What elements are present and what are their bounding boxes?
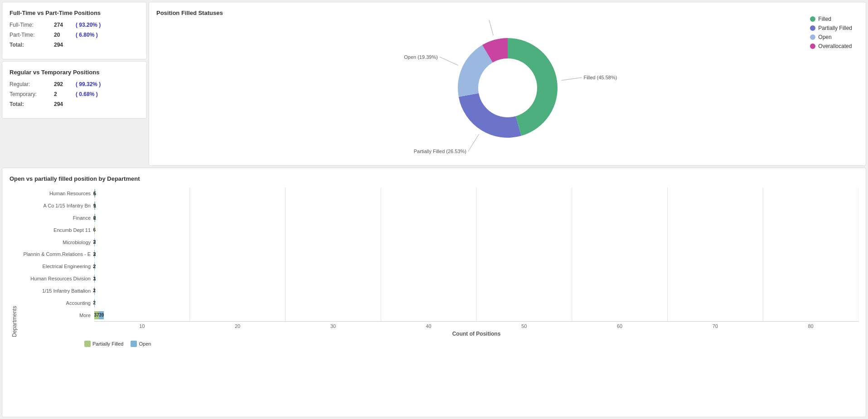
donut-segment [458,93,521,138]
bar-row: 1/15 Infantry Battalion21 [19,286,858,296]
fulltime-title: Full-Time vs Part-Time Positions [10,10,139,16]
dashboard: Full-Time vs Part-Time Positions Full-Ti… [0,0,868,419]
segment-label: Open (19.39%) [404,54,438,60]
regular-label: Regular: [10,81,50,87]
bar-row: Finance62 [19,213,858,223]
regular-value: 292 [54,81,72,87]
bar-label: Plannin & Comm.Relations - E [19,251,94,257]
regular-total-value: 294 [54,101,72,107]
bar-green: 37 [94,311,99,319]
legend-open-label: Open [818,34,831,40]
donut-legend: Filled Partially Filled Open Overallocat… [810,16,852,49]
bar-blue: 5 [95,189,95,197]
bar-group: 21 [94,287,99,295]
legend-partial: Partially Filled [810,25,852,31]
fulltime-total-label: Total: [10,42,50,48]
legend-partial-label: Partially Filled [818,25,852,31]
segment-label: Filled (45.58%) [583,75,617,80]
fulltime-pct: ( 93.20% ) [76,22,101,28]
bar-group: 32 [94,238,99,246]
bar-group: 32 [94,250,99,258]
bar-legend-partial-label: Partially Filled [92,341,123,347]
bar-label: Human Resources Division [19,276,94,281]
temporary-row: Temporary: 2 ( 0.68% ) [10,91,139,97]
bar-row: Electrical Engineering22 [19,261,858,271]
fulltime-total-row: Total: 294 [10,42,139,48]
legend-filled: Filled [810,16,852,22]
bar-row: Human Resources Division31 [19,274,858,284]
bar-label: Electrical Engineering [19,264,94,269]
bar-chart-title: Open vs partially filled position by Dep… [10,175,858,182]
legend-overallocated-dot [810,43,815,49]
left-panels: Full-Time vs Part-Time Positions Full-Ti… [2,2,147,166]
regular-row: Regular: 292 ( 99.32% ) [10,81,139,87]
bars-area: Human Resources65A Co 1/15 Infantry Bn91… [19,188,858,321]
top-section: Full-Time vs Part-Time Positions Full-Ti… [0,0,868,168]
legend-partial-dot [810,25,815,31]
parttime-value: 20 [54,32,72,38]
fulltime-row: Full-Time: 274 ( 93.20% ) [10,22,139,28]
parttime-label: Part-Time: [10,32,50,38]
legend-overallocated-label: Overallocated [818,43,852,49]
regular-card: Regular vs Temporary Positions Regular: … [2,61,147,119]
regular-title: Regular vs Temporary Positions [10,69,139,76]
bar-row: More3739 [19,310,858,320]
parttime-pct: ( 6.80% ) [76,32,98,38]
y-axis-label: Departments [10,188,19,337]
bar-row: Plannin & Comm.Relations - E32 [19,249,858,259]
bottom-section: Open vs partially filled position by Dep… [2,168,866,417]
legend-filled-dot [810,16,815,22]
segment-line [439,57,458,66]
bar-blue: 39 [99,311,104,319]
legend-open: Open [810,34,852,40]
bar-legend-open: Open [131,341,151,347]
bar-row: A Co 1/15 Infantry Bn91 [19,201,858,211]
legend-overallocated: Overallocated [810,43,852,49]
bar-label: Microbiology [19,240,94,245]
bar-group: 31 [94,275,99,283]
bar-legend-partial-box [84,341,91,347]
regular-total-row: Total: 294 [10,101,139,107]
bar-legend-partial: Partially Filled [84,341,123,347]
regular-pct: ( 99.32% ) [76,81,101,87]
temporary-pct: ( 0.68% ) [76,91,98,97]
bar-label: More [19,313,94,318]
fulltime-value: 274 [54,22,72,28]
bar-label: Finance [19,215,94,221]
bar-legend-open-label: Open [139,341,151,347]
legend-open-dot [810,34,815,40]
fulltime-total-value: 294 [54,42,72,48]
temporary-value: 2 [54,91,72,97]
bar-group: 22 [94,262,99,270]
bar-row: Encumb Dept 116 [19,225,858,235]
bar-label: Human Resources [19,191,94,196]
fulltime-card: Full-Time vs Part-Time Positions Full-Ti… [2,2,147,59]
bar-group: 62 [94,214,99,222]
bar-group: 3739 [94,311,104,319]
bar-row: Accounting12 [19,298,858,308]
bar-group: 12 [94,299,99,307]
segment-label: Partially Filled (26.53%) [413,149,466,154]
bar-legend-open-box [131,341,137,347]
bar-group: 6 [94,226,97,234]
segment-line [488,20,493,35]
bar-rows-container: Human Resources65A Co 1/15 Infantry Bn91… [19,188,858,321]
bar-label: A Co 1/15 Infantry Bn [19,203,94,208]
legend-filled-label: Filled [818,16,831,22]
donut-svg: Filled (45.58%)Partially Filled (26.53%)… [349,20,666,156]
fulltime-label: Full-Time: [10,22,50,28]
bar-label: Accounting [19,300,94,306]
x-axis-ticks: 10 20 30 40 50 60 70 80 [94,321,858,329]
parttime-row: Part-Time: 20 ( 6.80% ) [10,32,139,38]
donut-panel: Position Filled Statuses Filled (45.58%)… [149,2,866,166]
bar-row: Microbiology32 [19,237,858,247]
segment-line [561,77,582,80]
segment-line [468,134,479,151]
bar-row: Human Resources65 [19,188,858,198]
x-axis-label: Count of Positions [94,331,858,337]
bar-label: 1/15 Infantry Battalion [19,288,94,294]
bar-group: 65 [94,189,99,197]
bar-label: Encumb Dept 11 [19,227,94,233]
donut-title: Position Filled Statuses [156,10,858,16]
regular-total-label: Total: [10,101,50,107]
